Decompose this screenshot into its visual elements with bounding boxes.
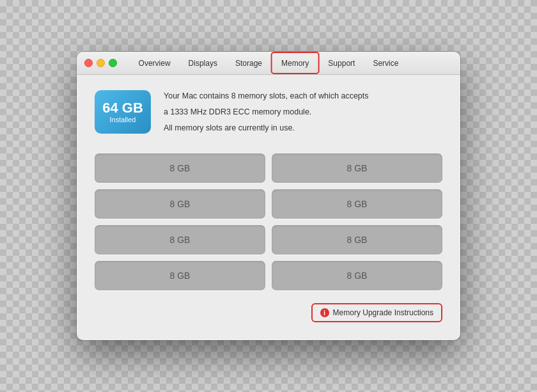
memory-slot-7: 8 GB bbox=[95, 261, 265, 290]
memory-installed-label: Installed bbox=[110, 116, 136, 123]
memory-slot-6: 8 GB bbox=[272, 225, 442, 255]
memory-info-line2: a 1333 MHz DDR3 ECC memory module. bbox=[164, 106, 369, 118]
memory-slot-1: 8 GB bbox=[95, 153, 265, 183]
minimize-button[interactable] bbox=[97, 59, 105, 67]
tab-service[interactable]: Service bbox=[364, 52, 407, 74]
memory-info-line3: All memory slots are currently in use. bbox=[164, 122, 369, 134]
memory-upgrade-button[interactable]: i Memory Upgrade Instructions bbox=[311, 303, 442, 322]
titlebar: Overview Displays Storage Memory Support… bbox=[77, 52, 460, 75]
memory-slot-2: 8 GB bbox=[272, 153, 442, 183]
upgrade-button-label: Memory Upgrade Instructions bbox=[333, 308, 433, 317]
info-row: 64 GB Installed Your Mac contains 8 memo… bbox=[95, 90, 442, 137]
main-window: Overview Displays Storage Memory Support… bbox=[77, 52, 460, 340]
memory-slots-grid: 8 GB 8 GB 8 GB 8 GB 8 GB 8 GB 8 GB 8 GB bbox=[95, 153, 442, 290]
memory-info-line1: Your Mac contains 8 memory slots, each o… bbox=[164, 90, 369, 102]
tab-displays[interactable]: Displays bbox=[180, 52, 226, 74]
tab-bar: Overview Displays Storage Memory Support… bbox=[130, 52, 408, 74]
memory-size: 64 GB bbox=[102, 100, 143, 116]
memory-slot-4: 8 GB bbox=[272, 189, 442, 219]
tab-memory[interactable]: Memory bbox=[271, 52, 319, 74]
tab-overview[interactable]: Overview bbox=[130, 52, 180, 74]
close-button[interactable] bbox=[84, 59, 93, 67]
memory-slot-8: 8 GB bbox=[272, 261, 442, 290]
memory-badge: 64 GB Installed bbox=[95, 90, 151, 134]
info-icon: i bbox=[320, 308, 329, 317]
traffic-lights bbox=[84, 59, 117, 67]
content-area: 64 GB Installed Your Mac contains 8 memo… bbox=[77, 75, 460, 340]
memory-slot-3: 8 GB bbox=[95, 189, 265, 219]
tab-support[interactable]: Support bbox=[319, 52, 364, 74]
memory-slot-5: 8 GB bbox=[95, 225, 265, 255]
maximize-button[interactable] bbox=[109, 59, 117, 67]
footer: i Memory Upgrade Instructions bbox=[95, 303, 442, 322]
tab-storage[interactable]: Storage bbox=[226, 52, 271, 74]
memory-info-text: Your Mac contains 8 memory slots, each o… bbox=[164, 90, 369, 137]
